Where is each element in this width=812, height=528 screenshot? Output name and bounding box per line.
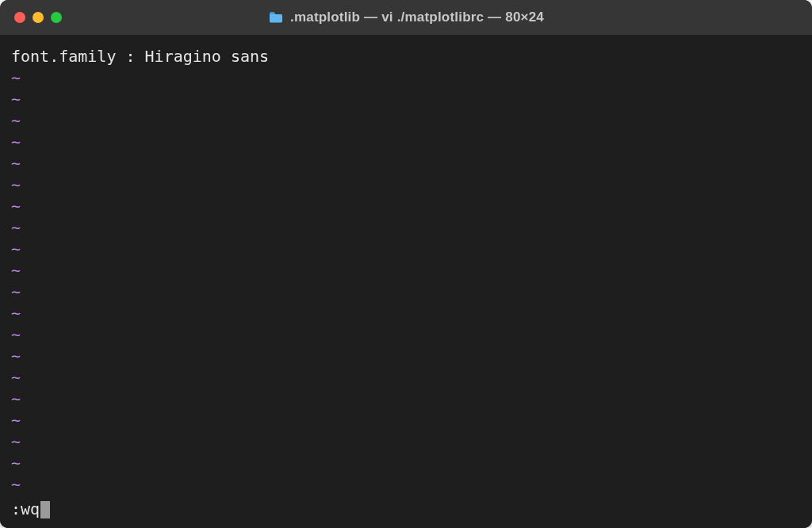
empty-line-tilde: ~ — [11, 89, 801, 110]
empty-line-tilde: ~ — [11, 388, 801, 410]
empty-line-tilde: ~ — [11, 239, 801, 260]
empty-line-tilde: ~ — [11, 303, 801, 324]
minimize-button[interactable] — [33, 12, 44, 23]
empty-line-tilde: ~ — [11, 153, 801, 174]
empty-line-tilde: ~ — [11, 431, 801, 453]
command-text: :wq — [11, 499, 40, 520]
empty-line-tilde: ~ — [11, 453, 801, 474]
empty-line-tilde: ~ — [11, 324, 801, 346]
empty-line-tilde: ~ — [11, 174, 801, 196]
empty-line-tilde: ~ — [11, 217, 801, 239]
terminal-window: .matplotlib — vi ./matplotlibrc — 80×24 … — [0, 0, 812, 528]
empty-line-tilde: ~ — [11, 281, 801, 303]
command-line[interactable]: :wq — [11, 499, 801, 520]
window-title: .matplotlib — vi ./matplotlibrc — 80×24 — [290, 10, 544, 25]
empty-line-tilde: ~ — [11, 196, 801, 217]
terminal-body[interactable]: font.family : Hiragino sans ~~~~~~~~~~~~… — [0, 35, 812, 528]
editor-content-line: font.family : Hiragino sans — [11, 46, 801, 67]
empty-line-tilde: ~ — [11, 410, 801, 431]
empty-line-tilde: ~ — [11, 132, 801, 153]
empty-line-tilde: ~ — [11, 346, 801, 367]
empty-line-tilde: ~ — [11, 260, 801, 281]
title-center: .matplotlib — vi ./matplotlibrc — 80×24 — [0, 10, 812, 25]
empty-line-tilde: ~ — [11, 110, 801, 132]
empty-line-tilde: ~ — [11, 367, 801, 388]
close-button[interactable] — [14, 12, 25, 23]
empty-line-tilde: ~ — [11, 474, 801, 495]
maximize-button[interactable] — [51, 12, 62, 23]
folder-icon — [268, 11, 284, 24]
titlebar: .matplotlib — vi ./matplotlibrc — 80×24 — [0, 0, 812, 35]
traffic-lights — [14, 12, 62, 23]
cursor — [40, 501, 50, 518]
empty-line-tilde: ~ — [11, 67, 801, 89]
